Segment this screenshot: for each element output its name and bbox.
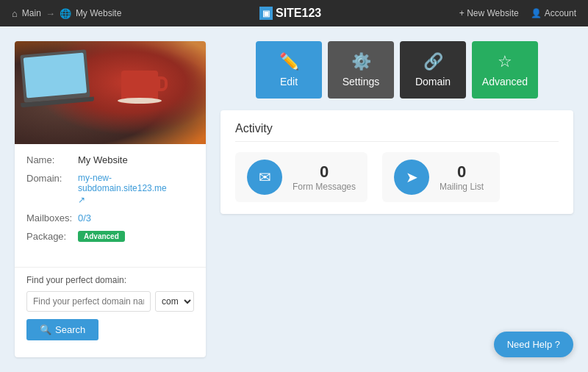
activity-title: Activity: [235, 122, 559, 142]
mailing-list-icon: ➤: [394, 160, 429, 195]
help-button[interactable]: Need Help ?: [494, 332, 573, 357]
domain-search-button[interactable]: 🔍 Search: [26, 319, 98, 340]
external-link-icon[interactable]: ↗: [78, 195, 194, 205]
logo: ▣ SITE123: [259, 7, 321, 20]
cup-saucer: [118, 98, 162, 104]
domain-row: Domain: my-new-subdomain.site123.me ↗: [26, 173, 194, 205]
form-messages-count: 0: [293, 162, 356, 182]
domain-label: Domain: [415, 76, 451, 87]
settings-label: Settings: [343, 76, 380, 87]
domain-extension-select[interactable]: com net org info: [155, 291, 194, 312]
domain-label: Domain:: [26, 173, 78, 184]
form-messages-label: Form Messages: [293, 182, 356, 192]
advanced-icon: ☆: [498, 52, 512, 71]
left-panel: Name: My Website Domain: my-new-subdomai…: [15, 41, 206, 357]
domain-search-label: Find your perfect domain:: [26, 275, 194, 285]
coffee-cup-decoration: [118, 63, 162, 104]
new-website-button[interactable]: + New Website: [459, 8, 519, 18]
settings-button[interactable]: ⚙️ Settings: [328, 41, 394, 99]
domain-input-row: com net org info: [26, 291, 194, 312]
activity-section: Activity ✉ 0 Form Messages ➤ 0 Mailing L…: [220, 110, 573, 214]
top-navigation: ⌂ Main → 🌐 My Website ▣ SITE123 + New We…: [0, 0, 588, 26]
search-button-label: Search: [55, 324, 85, 335]
laptop-decoration: [20, 49, 90, 103]
user-icon: 👤: [531, 8, 542, 18]
divider: [15, 267, 206, 268]
advanced-label: Advanced: [482, 76, 528, 87]
account-label: Account: [545, 8, 576, 18]
breadcrumb-arrow: →: [46, 8, 55, 19]
domain-icon: 🔗: [423, 52, 443, 71]
mailing-list-info: 0 Mailing List: [440, 162, 484, 192]
form-messages-info: 0 Form Messages: [293, 162, 356, 192]
name-value: My Website: [78, 154, 128, 165]
logo-text: SITE123: [276, 7, 321, 20]
breadcrumb-site[interactable]: My Website: [76, 8, 121, 18]
site-thumbnail: [15, 41, 206, 144]
cup-handle: [157, 76, 168, 91]
mailing-list-count: 0: [440, 162, 484, 182]
activity-cards: ✉ 0 Form Messages ➤ 0 Mailing List: [235, 152, 559, 202]
main-content: Name: My Website Domain: my-new-subdomai…: [0, 26, 588, 372]
form-messages-icon: ✉: [247, 160, 282, 195]
right-panel: ✏️ Edit ⚙️ Settings 🔗 Domain ☆ Advanced …: [220, 41, 573, 357]
home-icon: ⌂: [12, 8, 18, 19]
name-label: Name:: [26, 154, 78, 165]
nav-right: + New Website 👤 Account: [459, 8, 576, 18]
logo-icon: ▣: [259, 7, 273, 20]
edit-label: Edit: [280, 76, 298, 87]
mailboxes-row: Mailboxes: 0/3: [26, 212, 194, 223]
form-messages-card: ✉ 0 Form Messages: [235, 152, 368, 202]
account-button[interactable]: 👤 Account: [531, 8, 576, 18]
mailboxes-value: 0/3: [78, 212, 91, 223]
domain-button[interactable]: 🔗 Domain: [400, 41, 466, 99]
domain-search-section: Find your perfect domain: com net org in…: [15, 275, 206, 352]
laptop-screen: [24, 53, 87, 99]
breadcrumb-main[interactable]: Main: [22, 8, 41, 18]
advanced-button[interactable]: ☆ Advanced: [472, 41, 538, 99]
website-icon: 🌐: [60, 8, 71, 19]
toolbar: ✏️ Edit ⚙️ Settings 🔗 Domain ☆ Advanced: [220, 41, 573, 99]
package-row: Package: Advanced: [26, 231, 194, 242]
settings-icon: ⚙️: [351, 52, 371, 71]
mailing-list-label: Mailing List: [440, 182, 484, 192]
breadcrumb: ⌂ Main → 🌐 My Website: [12, 8, 121, 19]
package-badge: Advanced: [78, 231, 125, 242]
edit-icon: ✏️: [279, 52, 299, 71]
mailing-list-card: ➤ 0 Mailing List: [382, 152, 500, 202]
edit-button[interactable]: ✏️ Edit: [256, 41, 322, 99]
package-label: Package:: [26, 231, 78, 242]
mailboxes-label: Mailboxes:: [26, 212, 78, 223]
name-row: Name: My Website: [26, 154, 194, 165]
domain-search-input[interactable]: [26, 291, 151, 312]
site-info: Name: My Website Domain: my-new-subdomai…: [15, 144, 206, 260]
domain-link[interactable]: my-new-subdomain.site123.me: [78, 173, 194, 193]
search-icon: 🔍: [40, 324, 51, 335]
